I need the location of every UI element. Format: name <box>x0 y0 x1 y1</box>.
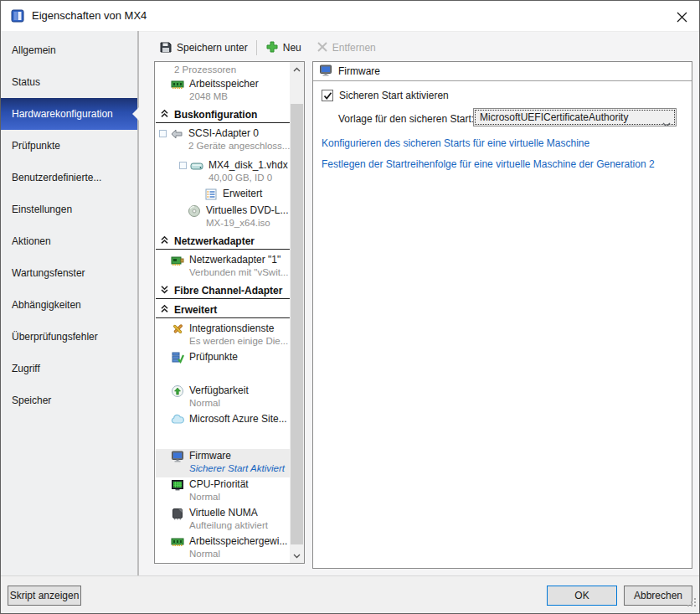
app-icon <box>11 9 24 23</box>
scrollbar-thumb[interactable] <box>291 104 303 544</box>
tree-item-subtitle: Normal <box>189 548 287 560</box>
sidebar-item-3[interactable]: Prüfpunkte <box>1 130 137 162</box>
properties-dialog: Eigenschaften von MX4 AllgemeinStatusHar… <box>0 0 700 614</box>
expand-section-icon[interactable] <box>160 285 169 297</box>
sidebar-item-4[interactable]: Benutzerdefinierte... <box>1 162 137 193</box>
tree-item-subtitle: MX-19_x64.iso <box>206 217 288 230</box>
tree-item[interactable]: CPU-PrioritätNormal <box>156 477 290 506</box>
tree-item[interactable]: IntegrationsdiensteEs werden einige Die.… <box>156 322 290 350</box>
sidebar-item-0[interactable]: Allgemein <box>1 34 137 66</box>
tree-item[interactable]: Netzwerkadapter "1"Verbunden mit "vSwit.… <box>156 253 290 281</box>
chevron-down-icon <box>662 116 671 126</box>
list-icon <box>204 188 218 201</box>
tree-section-label: Fibre Channel-Adapter <box>174 285 282 297</box>
tree-item-partial[interactable]: 2 Prozessoren <box>156 62 290 77</box>
template-value: MicrosoftUEFICertificateAuthority <box>480 111 628 123</box>
tree-item-subtitle: Normal <box>189 491 249 503</box>
cloud-icon <box>171 413 184 426</box>
sidebar-item-10[interactable]: Zugriff <box>1 353 137 384</box>
cpu-icon <box>171 478 184 492</box>
sidebar-item-1[interactable]: Status <box>1 66 137 98</box>
title-bar: Eigenschaften von MX4 <box>1 1 699 32</box>
boot-order-link[interactable]: Festlegen der Startreihenfolge für eine … <box>322 158 655 170</box>
save-as-button[interactable]: Speichern unter <box>154 38 253 59</box>
tree-item[interactable]: Arbeitsspeichergewi...Normal <box>156 534 290 563</box>
tree-item[interactable]: FirmwareSicherer Start Aktiviert <box>156 449 290 477</box>
cancel-button[interactable]: Abbrechen <box>624 586 692 606</box>
nic-icon <box>171 254 184 267</box>
sidebar-item-5[interactable]: Einstellungen <box>1 193 137 225</box>
close-icon[interactable] <box>672 7 692 27</box>
tree-item-subtitle: Verbunden mit "vSwit... <box>189 266 289 279</box>
scroll-down-icon[interactable] <box>290 549 304 563</box>
sidebar-item-11[interactable]: Speicher <box>1 384 137 416</box>
tree-expander-toggle[interactable] <box>179 162 187 169</box>
sidebar-item-7[interactable]: Wartungsfenster <box>1 257 137 289</box>
tree-item[interactable]: VerfügbarkeitNormal <box>156 384 290 412</box>
tree-item[interactable]: Microsoft Azure Site... <box>156 412 290 429</box>
configure-secure-boot-link[interactable]: Konfigurieren des sicheren Starts für ei… <box>322 137 589 149</box>
tree-item-subtitle: Normal <box>189 397 249 410</box>
resize-grip[interactable] <box>687 596 697 611</box>
tree-item-subtitle: 40,00 GB, ID 0 <box>208 172 288 184</box>
tree-section-label: Buskonfiguration <box>174 109 257 121</box>
ok-button[interactable]: OK <box>547 586 617 606</box>
firmware-icon <box>319 64 332 80</box>
remove-button: Entfernen <box>311 39 381 58</box>
tree-item[interactable]: Arbeitsspeicher2048 MB <box>156 77 290 106</box>
collapse-section-icon[interactable] <box>160 304 169 316</box>
secure-boot-label: Sicheren Start aktivieren <box>339 90 449 101</box>
tree-item[interactable]: MX4_disk_1.vhdx40,00 GB, ID 0 <box>156 158 290 187</box>
sidebar-item-8[interactable]: Abhängigkeiten <box>1 289 137 321</box>
remove-x-icon <box>317 41 328 55</box>
tree-expander-toggle[interactable] <box>159 130 167 137</box>
collapse-section-icon[interactable] <box>160 109 169 121</box>
tree-section-header[interactable]: Buskonfiguration <box>156 107 290 123</box>
sidebar-item-6[interactable]: Aktionen <box>1 225 137 257</box>
tree-item[interactable]: Erweitert <box>156 187 290 204</box>
save-icon <box>159 40 172 56</box>
tree-item-label: Virtuelle NUMA <box>189 506 268 519</box>
tree-item[interactable]: Virtuelle NUMAAufteilung aktiviert <box>156 506 290 534</box>
hardware-tree: 2 ProzessorenArbeitsspeicher2048 MBBusko… <box>156 62 290 563</box>
tree-item-subtitle: Es werden einige Die... <box>189 335 288 348</box>
tree-item[interactable]: Prüfpunkte <box>156 350 290 367</box>
tree-item-label: Microsoft Azure Site... <box>189 412 287 426</box>
tree-section-header[interactable]: Erweitert <box>156 302 290 318</box>
sidebar-item-9[interactable]: Überprüfungsfehler <box>1 321 137 353</box>
secure-boot-row: Sicheren Start aktivieren <box>322 90 449 101</box>
ram-icon <box>171 78 184 91</box>
tree-section-header[interactable]: Fibre Channel-Adapter <box>156 283 290 299</box>
tree-item-label: Prüfpunkte <box>189 350 238 364</box>
window-title: Eigenschaften von MX4 <box>32 9 147 22</box>
firmware-icon <box>171 450 184 463</box>
tree-section-label: Netzwerkadapter <box>174 235 255 247</box>
tree-item[interactable]: Virtuelles DVD-L...MX-19_x64.iso <box>156 204 290 232</box>
tree-spacer <box>156 367 290 384</box>
disk-icon <box>190 159 203 173</box>
collapse-section-icon[interactable] <box>160 235 169 247</box>
tools-icon <box>171 322 184 336</box>
save-as-label: Speichern unter <box>177 42 248 54</box>
tree-item-label: Netzwerkadapter "1" <box>189 253 289 266</box>
secure-boot-checkbox[interactable] <box>322 90 333 101</box>
tree-item-label: Virtuelles DVD-L... <box>206 204 288 217</box>
availability-icon <box>171 384 184 398</box>
tree-scrollbar[interactable] <box>290 62 304 563</box>
tree-item-subtitle: Sicherer Start Aktiviert <box>189 462 285 475</box>
view-script-button[interactable]: Skript anzeigen <box>8 586 81 606</box>
tree-item[interactable]: SCSI-Adapter 02 Geräte angeschloss... <box>156 126 290 155</box>
hardware-toolbar: Speichern unter Neu Entfernen <box>154 38 381 58</box>
tree-item-label: Verfügbarkeit <box>189 384 249 397</box>
tree-section-header[interactable]: Netzwerkadapter <box>156 234 290 250</box>
new-label: Neu <box>283 42 301 54</box>
new-button[interactable]: Neu <box>260 38 306 59</box>
tree-item-label: SCSI-Adapter 0 <box>188 126 290 140</box>
plus-icon <box>265 40 279 56</box>
panel-header: Firmware <box>313 62 692 81</box>
scroll-up-icon[interactable] <box>290 62 304 76</box>
secure-boot-template-dropdown[interactable]: MicrosoftUEFICertificateAuthority <box>473 108 677 126</box>
sidebar-item-2[interactable]: Hardwarekonfiguration <box>1 98 137 130</box>
tree-item-subtitle: Aufteilung aktiviert <box>189 519 268 532</box>
tree-item-subtitle: 2048 MB <box>189 90 259 103</box>
